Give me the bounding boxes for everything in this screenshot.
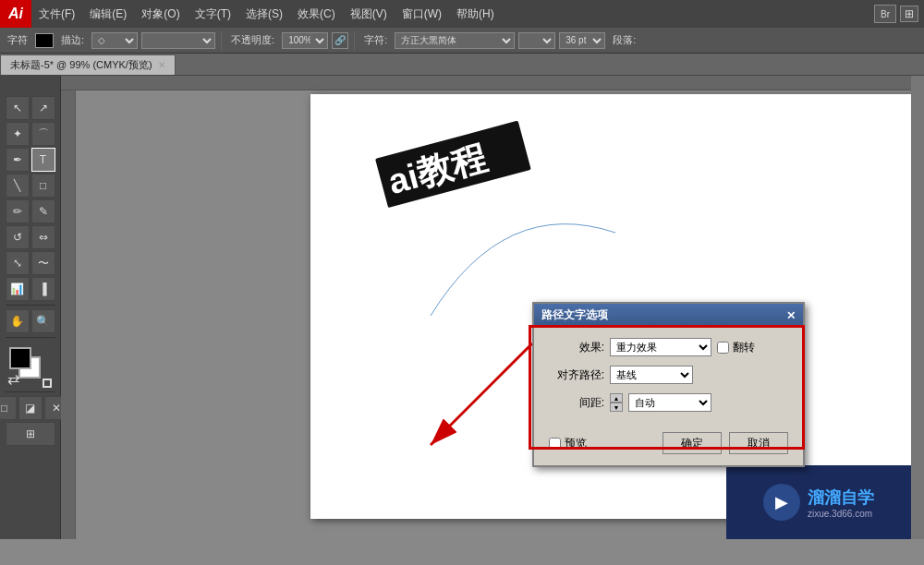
stroke-style-dropdown[interactable] — [141, 32, 215, 49]
menu-effect[interactable]: 效果(C) — [290, 0, 343, 28]
menu-file[interactable]: 文件(F) — [31, 0, 82, 28]
br-button[interactable]: Br — [874, 5, 896, 23]
tool-row-2: ✦ ⌒ — [6, 122, 55, 146]
menu-help[interactable]: 帮助(H) — [449, 0, 502, 28]
text-tool[interactable]: T — [31, 148, 55, 172]
watermark-title: 溜溜自学 — [808, 487, 874, 509]
tool-row-9: ✋ 🔍 — [6, 309, 55, 333]
font-dropdown[interactable]: 方正大黑简体 — [395, 32, 515, 49]
scale-tool[interactable]: ⤡ — [6, 251, 30, 275]
ok-button[interactable]: 确定 — [663, 432, 722, 454]
mirror-tool[interactable]: ⇔ — [31, 225, 55, 249]
font-label: 字符: — [360, 33, 391, 47]
spacing-label: 间距: — [549, 395, 604, 411]
font-style-dropdown[interactable] — [518, 32, 555, 49]
right-scrollbar[interactable] — [911, 76, 924, 539]
main-area: ↖ ↗ ✦ ⌒ ✒ T ╲ □ ✏ ✎ ↺ ⇔ ⤡ 〜 📊 ▐ — [0, 76, 924, 539]
preview-checkbox[interactable] — [549, 438, 561, 450]
swap-colors-icon[interactable]: ⇄ — [7, 370, 19, 388]
watermark: ▶ 溜溜自学 zixue.3d66.com — [726, 465, 911, 539]
graph-tool[interactable]: 📊 — [6, 277, 30, 301]
align-label: 段落: — [609, 33, 639, 47]
menu-object[interactable]: 对象(O) — [134, 0, 187, 28]
effect-select[interactable]: 重力效果 彩虹效果 倾斜效果 阶梯效果 串联效果 — [610, 338, 711, 356]
screen-mode-row: ⊞ — [6, 422, 55, 446]
magic-wand-tool[interactable]: ✦ — [6, 122, 30, 146]
spin-down[interactable]: ▼ — [610, 403, 623, 412]
column-graph-tool[interactable]: ▐ — [31, 277, 55, 301]
direct-select-tool[interactable]: ↗ — [31, 96, 55, 120]
flip-checkbox[interactable] — [717, 342, 729, 354]
rotate-tool[interactable]: ↺ — [6, 225, 30, 249]
ruler-top — [61, 76, 911, 90]
tool-row-3: ✒ T — [6, 148, 55, 172]
menu-window[interactable]: 窗口(W) — [395, 0, 449, 28]
canvas-area: ai教程 路径文字选项 ✕ 效果: — [61, 76, 924, 539]
spacing-select[interactable]: 自动 — [628, 393, 711, 412]
spin-up[interactable]: ▲ — [610, 393, 623, 403]
preview-section: 预览 — [549, 436, 587, 451]
hand-tool[interactable]: ✋ — [6, 309, 30, 333]
divider-1 — [221, 31, 222, 50]
selection-tool[interactable]: ↖ — [6, 96, 30, 120]
link-icon[interactable]: 🔗 — [332, 32, 348, 49]
font-size-dropdown[interactable]: 36 pt — [559, 32, 605, 49]
dialog-close-icon[interactable]: ✕ — [786, 309, 796, 322]
ruler-corner — [6, 79, 55, 94]
preview-label: 预览 — [565, 436, 587, 451]
menu-view[interactable]: 视图(V) — [343, 0, 395, 28]
align-row: 对齐路径: 基线 上缘 下缘 中心 — [549, 366, 788, 384]
fill-mode-solid[interactable]: □ — [0, 396, 17, 420]
char-label: 字符 — [4, 33, 31, 47]
watermark-subtitle: zixue.3d66.com — [808, 509, 874, 519]
tool-row-4: ╲ □ — [6, 174, 55, 198]
app-logo: Ai — [0, 0, 31, 28]
menu-bar: Ai 文件(F) 编辑(E) 对象(O) 文字(T) 选择(S) 效果(C) 视… — [0, 0, 924, 28]
brush-tool[interactable]: ✏ — [6, 199, 30, 223]
dialog-title: 路径文字选项 — [541, 307, 608, 323]
fill-mode-gradient[interactable]: ◪ — [18, 396, 43, 420]
menu-text[interactable]: 文字(T) — [188, 0, 238, 28]
dialog: 路径文字选项 ✕ 效果: 重力效果 彩虹效果 倾斜效果 阶梯效果 串联效果 — [532, 302, 805, 467]
tool-row-6: ↺ ⇔ — [6, 225, 55, 249]
grid-button[interactable]: ⊞ — [900, 6, 918, 22]
color-area: ⇄ — [6, 345, 55, 388]
cancel-button[interactable]: 取消 — [729, 432, 788, 454]
tool-row-1: ↖ ↗ — [6, 96, 55, 120]
stroke-dropdown[interactable]: ◇ — [91, 32, 138, 49]
lasso-tool[interactable]: ⌒ — [31, 122, 55, 146]
menu-edit[interactable]: 编辑(E) — [82, 0, 134, 28]
dialog-content: 效果: 重力效果 彩虹效果 倾斜效果 阶梯效果 串联效果 翻转 对齐 — [534, 327, 803, 428]
watermark-text: 溜溜自学 zixue.3d66.com — [808, 487, 874, 519]
menu-items: 文件(F) 编辑(E) 对象(O) 文字(T) 选择(S) 效果(C) 视图(V… — [31, 0, 502, 28]
watermark-inner: ▶ 溜溜自学 zixue.3d66.com — [763, 484, 874, 521]
tool-divider-3 — [6, 391, 55, 392]
toolbar-row: 字符 描边: ◇ 不透明度: 100% 🔗 字符: 方正大黑简体 36 pt 段… — [0, 28, 924, 54]
divider-2 — [354, 31, 355, 50]
zoom-tool[interactable]: 🔍 — [31, 309, 55, 333]
align-select[interactable]: 基线 上缘 下缘 中心 — [610, 366, 693, 384]
align-label: 对齐路径: — [549, 367, 604, 383]
curved-text-group: ai教程 — [375, 121, 531, 209]
dialog-buttons: 确定 取消 — [663, 432, 788, 454]
pen-tool[interactable]: ✒ — [6, 148, 30, 172]
rect-tool[interactable]: □ — [31, 174, 55, 198]
pencil-tool[interactable]: ✎ — [31, 199, 55, 223]
ruler-left — [61, 90, 76, 539]
dialog-footer: 预览 确定 取消 — [534, 428, 803, 465]
doc-tab-label: 未标题-5* @ 99% (CMYK/预览) — [10, 58, 152, 72]
opacity-label: 不透明度: — [227, 33, 278, 47]
tool-row-5: ✏ ✎ — [6, 199, 55, 223]
opacity-dropdown[interactable]: 100% — [282, 32, 328, 49]
tab-bar: 未标题-5* @ 99% (CMYK/预览) ✕ — [0, 54, 924, 76]
default-colors-icon[interactable] — [43, 379, 52, 388]
spacing-spinner: ▲ ▼ — [610, 393, 623, 412]
menu-select[interactable]: 选择(S) — [238, 0, 290, 28]
screen-mode-btn[interactable]: ⊞ — [6, 422, 55, 446]
fg-swatch[interactable] — [9, 347, 31, 369]
line-tool[interactable]: ╲ — [6, 174, 30, 198]
stroke-swatch[interactable] — [35, 33, 54, 48]
warp-tool[interactable]: 〜 — [31, 251, 55, 275]
tab-close-icon[interactable]: ✕ — [158, 60, 165, 70]
doc-tab-main[interactable]: 未标题-5* @ 99% (CMYK/预览) ✕ — [0, 54, 176, 75]
